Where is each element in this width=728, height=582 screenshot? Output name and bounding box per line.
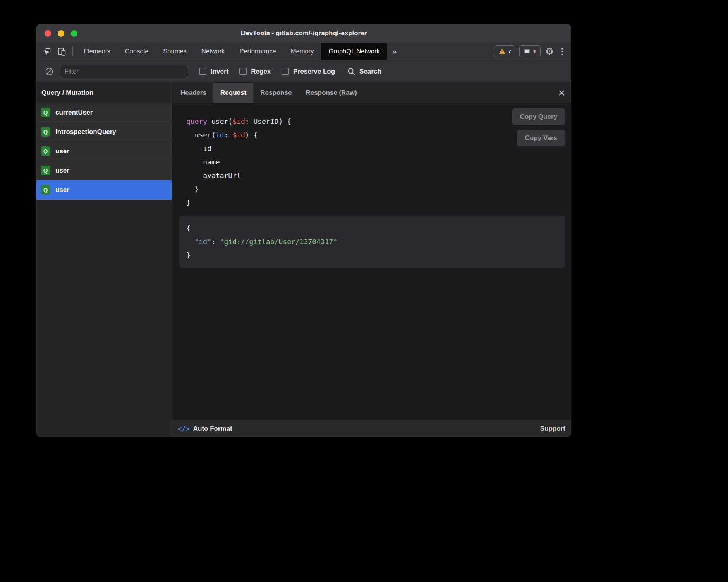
- request-detail-panel: Headers Request Response Response (Raw) …: [172, 83, 571, 437]
- query-name: user: [55, 186, 69, 194]
- code-token: id: [216, 131, 224, 139]
- code-token: :: [211, 238, 220, 246]
- devtools-tab-bar: Elements Console Sources Network Perform…: [36, 43, 571, 60]
- code-token: ) {: [245, 131, 258, 139]
- query-type-badge: Q: [41, 185, 50, 195]
- content-area: Query / Mutation Q currentUser Q Introsp…: [36, 83, 571, 437]
- tab-memory[interactable]: Memory: [283, 43, 321, 60]
- preserve-log-checkbox[interactable]: [282, 68, 289, 75]
- tab-response[interactable]: Response: [253, 83, 299, 103]
- search-toggle[interactable]: Search: [347, 67, 381, 76]
- zoom-window-button[interactable]: [71, 30, 77, 37]
- regex-label[interactable]: Regex: [251, 68, 271, 75]
- query-list-item[interactable]: Q user: [36, 142, 172, 161]
- auto-format-button[interactable]: Auto Format: [193, 425, 232, 433]
- regex-checkbox-row: Regex: [239, 68, 271, 75]
- close-detail-icon[interactable]: ×: [558, 87, 565, 99]
- tab-headers[interactable]: Headers: [173, 83, 213, 103]
- tab-performance[interactable]: Performance: [232, 43, 283, 60]
- message-icon: [524, 48, 531, 55]
- invert-checkbox[interactable]: [199, 68, 206, 75]
- query-type-badge: Q: [41, 127, 50, 137]
- toolbar-separator: [72, 47, 73, 56]
- copy-buttons: Copy Query Copy Vars: [512, 108, 565, 146]
- code-token: query: [186, 117, 207, 125]
- tab-network[interactable]: Network: [194, 43, 232, 60]
- inspect-element-icon[interactable]: [39, 43, 54, 60]
- more-tabs-button[interactable]: »: [387, 43, 402, 60]
- detail-tab-bar: Headers Request Response Response (Raw) …: [172, 83, 571, 103]
- query-type-badge: Q: [41, 146, 50, 156]
- code-token: }: [186, 185, 199, 193]
- query-list-item[interactable]: Q IntrospectionQuery: [36, 122, 172, 142]
- tab-response-raw[interactable]: Response (Raw): [299, 83, 364, 103]
- warning-count: 7: [508, 48, 512, 55]
- invert-label[interactable]: Invert: [211, 68, 228, 75]
- code-line: }: [186, 182, 565, 196]
- code-line: }: [186, 248, 558, 262]
- code-line: avatarUrl: [186, 169, 565, 182]
- code-token: "id": [195, 238, 211, 246]
- devtools-window: DevTools - gitlab.com/-/graphql-explorer…: [36, 24, 571, 437]
- tab-console[interactable]: Console: [118, 43, 156, 60]
- query-type-badge: Q: [41, 108, 50, 117]
- clear-block-icon[interactable]: [42, 67, 57, 76]
- code-token: id: [186, 144, 211, 152]
- titlebar: DevTools - gitlab.com/-/graphql-explorer: [36, 24, 571, 43]
- code-line: }: [186, 196, 565, 209]
- code-token: user(: [207, 117, 232, 125]
- request-body: Copy Query Copy Vars query user($id: Use…: [172, 103, 571, 420]
- toolbar-right-cluster: 7 1 ⚙ ⋮: [492, 43, 571, 60]
- code-line: "id": "gid://gitlab/User/13704317": [186, 235, 558, 248]
- code-format-icon[interactable]: </>: [178, 425, 190, 433]
- query-type-badge: Q: [41, 166, 50, 175]
- warnings-badge[interactable]: 7: [494, 45, 516, 57]
- regex-checkbox[interactable]: [239, 68, 247, 75]
- code-token: avatarUrl: [186, 171, 241, 180]
- window-controls: [45, 30, 77, 37]
- code-line: user(id: $id) {: [186, 128, 565, 142]
- graphql-query-code: query user($id: UserID) { user(id: $id) …: [179, 115, 565, 209]
- preserve-log-checkbox-row: Preserve Log: [282, 68, 335, 75]
- message-count: 1: [533, 48, 536, 55]
- tab-sources[interactable]: Sources: [156, 43, 194, 60]
- search-label: Search: [359, 68, 381, 75]
- invert-checkbox-row: Invert: [199, 68, 228, 75]
- tab-request[interactable]: Request: [213, 83, 253, 103]
- copy-query-button[interactable]: Copy Query: [512, 108, 565, 125]
- detail-footer: </> Auto Format Support: [172, 420, 571, 437]
- more-options-icon[interactable]: ⋮: [556, 46, 568, 56]
- query-list-item-selected[interactable]: Q user: [36, 180, 172, 200]
- device-toolbar-glyph: [57, 46, 67, 56]
- filter-bar: Invert Regex Preserve Log Search: [36, 60, 571, 83]
- support-link[interactable]: Support: [540, 425, 565, 433]
- copy-vars-button[interactable]: Copy Vars: [517, 130, 565, 146]
- code-token: }: [186, 251, 191, 259]
- minimize-window-button[interactable]: [58, 30, 64, 37]
- query-name: IntrospectionQuery: [55, 128, 116, 136]
- search-icon: [347, 67, 356, 76]
- desktop-background: DevTools - gitlab.com/-/graphql-explorer…: [0, 0, 728, 582]
- query-variables-box: { "id": "gid://gitlab/User/13704317" }: [179, 216, 565, 268]
- inspect-element-glyph: [42, 46, 52, 56]
- query-list-item[interactable]: Q user: [36, 161, 172, 180]
- issues-badge[interactable]: 1: [519, 45, 541, 57]
- query-name: user: [55, 167, 69, 175]
- code-token: {: [186, 224, 191, 232]
- code-line: id: [186, 142, 565, 155]
- query-name: currentUser: [55, 109, 93, 116]
- device-toolbar-icon[interactable]: [54, 43, 69, 60]
- filter-input[interactable]: [60, 65, 188, 78]
- preserve-log-label[interactable]: Preserve Log: [293, 68, 335, 75]
- query-list-item[interactable]: Q currentUser: [36, 103, 172, 122]
- code-token: :: [224, 131, 233, 139]
- code-token: $id: [232, 131, 245, 139]
- settings-gear-icon[interactable]: ⚙: [543, 46, 556, 57]
- code-line: name: [186, 155, 565, 169]
- code-token: [186, 238, 195, 246]
- code-line: {: [186, 221, 558, 235]
- close-window-button[interactable]: [45, 30, 51, 37]
- code-token: }: [186, 199, 191, 207]
- tab-graphql-network[interactable]: GraphQL Network: [321, 43, 387, 60]
- tab-elements[interactable]: Elements: [76, 43, 118, 60]
